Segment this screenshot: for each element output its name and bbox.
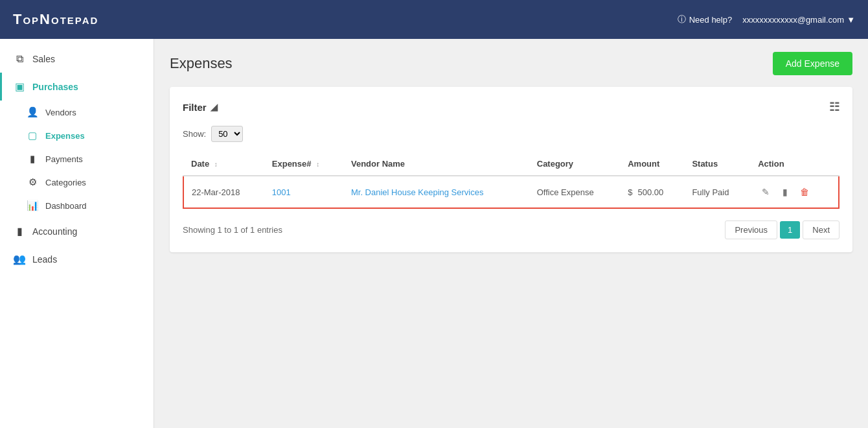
sidebar-item-vendors[interactable]: 👤 Vendors xyxy=(13,101,154,124)
sidebar-label-sales: Sales xyxy=(32,54,55,64)
sidebar-item-expenses[interactable]: ▢ Expenses xyxy=(13,124,154,147)
sidebar-item-sales[interactable]: ⧉ Sales xyxy=(0,45,154,73)
sidebar-label-categories: Categories xyxy=(45,178,86,187)
cell-category: Office Expense xyxy=(529,176,620,208)
chevron-down-icon: ▼ xyxy=(847,15,855,25)
sidebar-item-payments[interactable]: ▮ Payments xyxy=(13,147,154,171)
sidebar-item-accounting[interactable]: ▮ Accounting xyxy=(0,217,154,245)
dashboard-icon: 📊 xyxy=(26,200,39,211)
sidebar-label-accounting: Accounting xyxy=(32,226,77,237)
user-menu[interactable]: xxxxxxxxxxxxx@gmail.com ▼ xyxy=(742,15,855,25)
sidebar: ⧉ Sales ▣ Purchases 👤 Vendors ▢ Expenses… xyxy=(0,39,154,428)
content-area: Expenses Add Expense Filter ◢ ☷ Show: 50… xyxy=(154,39,868,428)
logo-text: TopNotepad xyxy=(13,11,98,27)
show-row: Show: 50 25 10 xyxy=(183,126,839,142)
main-container: ⧉ Sales ▣ Purchases 👤 Vendors ▢ Expenses… xyxy=(0,39,868,428)
next-button[interactable]: Next xyxy=(803,220,839,239)
table-body: 22-Mar-2018 1001 Mr. Daniel House Keepin… xyxy=(183,176,839,208)
sidebar-sub-purchases: 👤 Vendors ▢ Expenses ▮ Payments ⚙ Catego… xyxy=(0,101,154,217)
add-expense-button[interactable]: Add Expense xyxy=(773,52,852,75)
pagination: Previous 1 Next xyxy=(725,220,839,239)
leads-icon: 👥 xyxy=(13,253,26,265)
edit-icon[interactable]: ✎ xyxy=(758,184,773,200)
status-badge: Fully Paid xyxy=(692,187,729,197)
sidebar-label-purchases: Purchases xyxy=(32,82,78,92)
sidebar-label-dashboard: Dashboard xyxy=(45,201,87,211)
user-email-text: xxxxxxxxxxxxx@gmail.com xyxy=(742,15,844,25)
accounting-icon: ▮ xyxy=(13,225,26,237)
filter-row: Filter ◢ ☷ xyxy=(183,100,839,114)
sidebar-label-payments: Payments xyxy=(45,154,83,164)
col-action: Action xyxy=(750,152,839,176)
help-text: Need help? xyxy=(689,15,733,25)
sidebar-item-dashboard[interactable]: 📊 Dashboard xyxy=(13,194,154,217)
filter-label: Filter xyxy=(183,102,207,113)
help-link[interactable]: ⓘ Need help? xyxy=(678,14,733,25)
sidebar-item-purchases[interactable]: ▣ Purchases xyxy=(0,73,154,101)
page-number-1[interactable]: 1 xyxy=(780,221,800,239)
amount-value: 500.00 xyxy=(637,187,663,197)
header-right: ⓘ Need help? xxxxxxxxxxxxx@gmail.com ▼ xyxy=(678,14,855,25)
col-status: Status xyxy=(684,152,750,176)
sidebar-item-categories[interactable]: ⚙ Categories xyxy=(13,171,154,194)
table-row: 22-Mar-2018 1001 Mr. Daniel House Keepin… xyxy=(183,176,839,208)
help-icon: ⓘ xyxy=(678,14,686,25)
expenses-icon: ▢ xyxy=(26,130,39,141)
col-expense-num: Expense# ↕ xyxy=(264,152,343,176)
logo: TopNotepad xyxy=(13,11,98,28)
cell-status: Fully Paid xyxy=(684,176,750,208)
col-category: Category xyxy=(529,152,620,176)
cell-action: ✎ ▮ 🗑 xyxy=(750,176,839,208)
col-amount: Amount xyxy=(620,152,684,176)
col-date: Date ↕ xyxy=(183,152,264,176)
entries-text: Showing 1 to 1 of 1 entries xyxy=(183,225,282,235)
show-select[interactable]: 50 25 10 xyxy=(211,126,243,142)
previous-button[interactable]: Previous xyxy=(725,220,777,239)
layers-icon: ⧉ xyxy=(13,53,26,65)
expense-link[interactable]: 1001 xyxy=(272,187,291,197)
cell-expense-num[interactable]: 1001 xyxy=(264,176,343,208)
sidebar-label-leads: Leads xyxy=(32,254,57,265)
vendors-icon: 👤 xyxy=(26,106,39,118)
categories-icon: ⚙ xyxy=(26,176,39,188)
sidebar-label-expenses: Expenses xyxy=(45,131,85,141)
col-vendor: Vendor Name xyxy=(343,152,529,176)
vendor-link[interactable]: Mr. Daniel House Keeping Services xyxy=(351,187,484,197)
currency-symbol: $ xyxy=(628,187,632,197)
minus-square-icon: ▣ xyxy=(13,80,26,93)
payment-icon[interactable]: ▮ xyxy=(777,184,793,200)
sort-icon-expense[interactable]: ↕ xyxy=(316,161,319,168)
pagination-area: Showing 1 to 1 of 1 entries Previous 1 N… xyxy=(183,220,839,239)
action-icons: ✎ ▮ 🗑 xyxy=(758,184,830,200)
cell-vendor[interactable]: Mr. Daniel House Keeping Services xyxy=(343,176,529,208)
sort-icon-date[interactable]: ↕ xyxy=(214,161,218,168)
cell-amount: $ 500.00 xyxy=(620,176,684,208)
table-header: Date ↕ Expense# ↕ Vendor Name Category A… xyxy=(183,152,839,176)
cell-date: 22-Mar-2018 xyxy=(183,176,264,208)
header: TopNotepad ⓘ Need help? xxxxxxxxxxxxx@gm… xyxy=(0,0,868,39)
delete-icon[interactable]: 🗑 xyxy=(797,184,812,200)
page-title: Expenses xyxy=(170,55,233,72)
sidebar-label-vendors: Vendors xyxy=(45,108,76,117)
excel-export-icon[interactable]: ☷ xyxy=(829,100,839,114)
content-header: Expenses Add Expense xyxy=(170,52,852,75)
payments-icon: ▮ xyxy=(26,153,39,165)
filter-icon: ◢ xyxy=(211,102,218,112)
sidebar-item-leads[interactable]: 👥 Leads xyxy=(0,245,154,273)
show-label: Show: xyxy=(183,129,206,139)
expenses-table: Date ↕ Expense# ↕ Vendor Name Category A… xyxy=(183,152,839,209)
expenses-card: Filter ◢ ☷ Show: 50 25 10 Date ↕ Expense xyxy=(170,87,852,252)
